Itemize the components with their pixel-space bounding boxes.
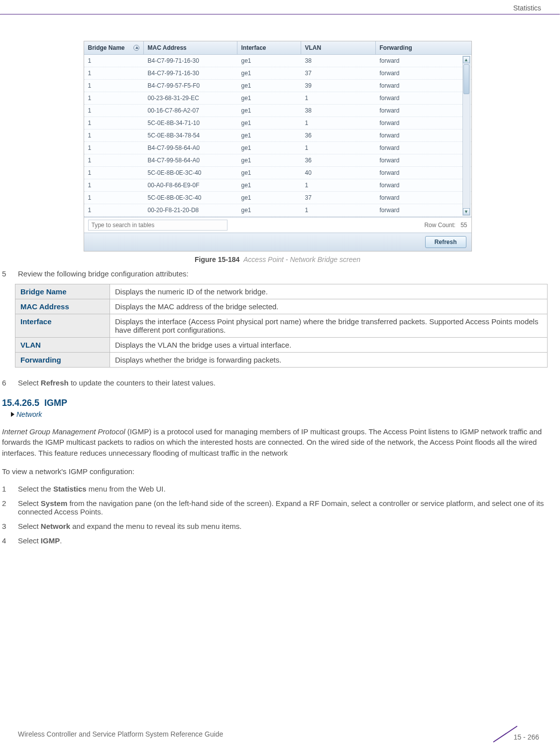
attr-row: VLANDisplays the VLAN the bridge uses a … — [15, 338, 548, 353]
col-header-interface[interactable]: Interface — [237, 41, 301, 54]
scroll-thumb[interactable] — [463, 64, 469, 94]
igmp-step-1: 1 Select the Statistics menu from the We… — [2, 485, 548, 493]
cell-bridge-name: 1 — [84, 105, 144, 117]
cell-forwarding: forward — [376, 154, 471, 166]
col-header-mac[interactable]: MAC Address — [144, 41, 237, 54]
scroll-down-icon[interactable]: ▼ — [463, 208, 470, 215]
cell-vlan: 36 — [301, 129, 376, 141]
table-row[interactable]: 1B4-C7-99-71-16-30ge137forward — [84, 67, 471, 80]
attr-value: Displays whether the bridge is forwardin… — [110, 353, 548, 368]
igmp-term: Internet Group Management Protocol — [2, 427, 125, 436]
bridge-table-toolbar: Row Count: 55 — [84, 217, 471, 233]
table-row[interactable]: 15C-0E-8B-0E-3C-40ge137forward — [84, 192, 471, 204]
cell-forwarding: forward — [376, 117, 471, 129]
footer-title: Wireless Controller and Service Platform… — [18, 730, 223, 738]
cell-mac: 00-16-C7-86-A2-07 — [144, 105, 237, 117]
cell-interface: ge1 — [237, 179, 301, 191]
table-row[interactable]: 1B4-C7-99-58-64-A0ge11forward — [84, 142, 471, 154]
igmp-step-1-pre: Select the — [18, 485, 53, 493]
breadcrumb-text: Network — [16, 410, 42, 418]
col-header-bridge-name-label: Bridge Name — [88, 44, 125, 51]
attr-value: Displays the numeric ID of the network b… — [110, 284, 548, 299]
page-header-section: Statistics — [513, 4, 541, 12]
step-6-number: 6 — [2, 378, 11, 387]
attribute-table: Bridge NameDisplays the numeric ID of th… — [15, 284, 548, 368]
attr-row: Bridge NameDisplays the numeric ID of th… — [15, 284, 548, 299]
step-5: 5 Review the following bridge configurat… — [2, 269, 548, 278]
table-row[interactable]: 100-A0-F8-66-E9-0Fge11forward — [84, 179, 471, 192]
cell-bridge-name: 1 — [84, 192, 144, 204]
cell-forwarding: forward — [376, 80, 471, 92]
cell-interface: ge1 — [237, 55, 301, 67]
refresh-button[interactable]: Refresh — [425, 236, 466, 248]
cell-interface: ge1 — [237, 92, 301, 104]
bridge-table-header: Bridge Name MAC Address Interface VLAN F… — [84, 41, 471, 55]
cell-bridge-name: 1 — [84, 204, 144, 216]
header-rule — [0, 14, 560, 15]
cell-mac: B4-C7-99-71-16-30 — [144, 67, 237, 79]
cell-interface: ge1 — [237, 117, 301, 129]
scroll-up-icon[interactable]: ▲ — [463, 56, 470, 63]
breadcrumb-arrow-icon — [11, 412, 14, 417]
cell-mac: 5C-0E-8B-0E-3C-40 — [144, 192, 237, 204]
table-row[interactable]: 1B4-C7-99-71-16-30ge138forward — [84, 55, 471, 67]
cell-vlan: 37 — [301, 192, 376, 204]
igmp-step-4-post: . — [60, 536, 62, 545]
cell-vlan: 40 — [301, 167, 376, 179]
attr-key: MAC Address — [15, 299, 110, 314]
attr-row: ForwardingDisplays whether the bridge is… — [15, 353, 548, 368]
igmp-lead: To view a network's IGMP configuration: — [2, 466, 548, 477]
step-6-bold: Refresh — [41, 378, 69, 387]
cell-forwarding: forward — [376, 67, 471, 79]
cell-mac: 00-A0-F8-66-E9-0F — [144, 179, 237, 191]
table-row[interactable]: 100-20-F8-21-20-D8ge11forward — [84, 204, 471, 217]
col-header-vlan[interactable]: VLAN — [301, 41, 376, 54]
cell-interface: ge1 — [237, 192, 301, 204]
cell-vlan: 38 — [301, 105, 376, 117]
cell-interface: ge1 — [237, 204, 301, 216]
cell-mac: B4-C7-99-57-F5-F0 — [144, 80, 237, 92]
cell-forwarding: forward — [376, 105, 471, 117]
table-row[interactable]: 15C-0E-8B-0E-3C-40ge140forward — [84, 167, 471, 179]
cell-interface: ge1 — [237, 67, 301, 79]
footer-page-decoration: 15 - 266 — [487, 725, 542, 743]
table-search-input[interactable] — [88, 220, 227, 231]
table-row[interactable]: 15C-0E-8B-34-71-10ge11forward — [84, 117, 471, 129]
table-row[interactable]: 15C-0E-8B-34-78-54ge136forward — [84, 129, 471, 142]
igmp-step-4: 4 Select IGMP. — [2, 536, 548, 545]
attr-key: Interface — [15, 314, 110, 338]
cell-vlan: 1 — [301, 92, 376, 104]
igmp-step-2: 2 Select System from the navigation pane… — [2, 499, 548, 516]
igmp-step-4-bold: IGMP — [41, 536, 60, 545]
sort-ascending-icon[interactable] — [133, 45, 139, 51]
table-row[interactable]: 100-16-C7-86-A2-07ge138forward — [84, 105, 471, 117]
table-row[interactable]: 100-23-68-31-29-ECge11forward — [84, 92, 471, 105]
igmp-step-2-post: from the navigation pane (on the left-ha… — [18, 499, 544, 516]
attr-key: VLAN — [15, 338, 110, 353]
cell-bridge-name: 1 — [84, 92, 144, 104]
cell-forwarding: forward — [376, 55, 471, 67]
cell-forwarding: forward — [376, 92, 471, 104]
igmp-step-2-text: Select System from the navigation pane (… — [18, 499, 548, 516]
igmp-step-2-pre: Select — [18, 499, 41, 507]
cell-vlan: 1 — [301, 204, 376, 216]
step-5-number: 5 — [2, 269, 11, 278]
cell-vlan: 36 — [301, 154, 376, 166]
cell-bridge-name: 1 — [84, 55, 144, 67]
table-scrollbar[interactable]: ▲ ▼ — [462, 56, 470, 216]
attr-row: InterfaceDisplays the interface (Access … — [15, 314, 548, 338]
cell-vlan: 1 — [301, 117, 376, 129]
igmp-step-3-num: 3 — [2, 522, 11, 530]
step-6-text: Select Refresh to update the counters to… — [18, 378, 216, 387]
cell-bridge-name: 1 — [84, 80, 144, 92]
step-6: 6 Select Refresh to update the counters … — [2, 378, 548, 387]
col-header-forwarding[interactable]: Forwarding — [376, 41, 471, 54]
figure-number: Figure 15-184 — [195, 255, 239, 263]
cell-bridge-name: 1 — [84, 154, 144, 166]
igmp-step-3: 3 Select Network and expand the menu to … — [2, 522, 548, 530]
cell-mac: 5C-0E-8B-34-71-10 — [144, 117, 237, 129]
col-header-bridge-name[interactable]: Bridge Name — [84, 41, 144, 54]
table-row[interactable]: 1B4-C7-99-58-64-A0ge136forward — [84, 154, 471, 167]
section-number: 15.4.26.5 — [2, 398, 39, 408]
table-row[interactable]: 1B4-C7-99-57-F5-F0ge139forward — [84, 80, 471, 92]
